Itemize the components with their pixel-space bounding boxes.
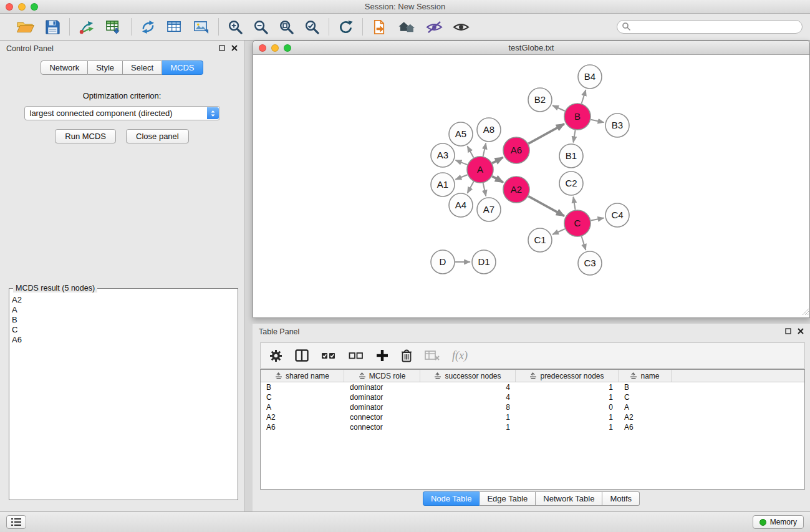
edge-A-A7[interactable] xyxy=(483,183,486,196)
node-C[interactable]: C xyxy=(564,210,591,236)
gear-icon[interactable] xyxy=(269,349,282,362)
save-session-icon[interactable] xyxy=(45,19,60,35)
close-panel-button[interactable]: Close panel xyxy=(126,129,189,143)
show-columns-icon[interactable] xyxy=(295,349,309,362)
tab-motifs[interactable]: Motifs xyxy=(602,491,640,506)
new-network-icon[interactable] xyxy=(140,19,156,35)
node-A6[interactable]: A6 xyxy=(503,137,529,163)
float-table-panel-icon[interactable] xyxy=(785,327,791,336)
edge-A-A1[interactable] xyxy=(455,175,467,180)
zoom-selected-icon[interactable] xyxy=(304,19,320,35)
node-B[interactable]: B xyxy=(564,104,591,130)
network-zoom-button[interactable] xyxy=(284,44,291,52)
home-icon[interactable] xyxy=(397,19,416,35)
add-row-plus-icon[interactable] xyxy=(376,349,388,362)
column-header-name[interactable]: name xyxy=(619,370,672,382)
zoom-fit-icon[interactable] xyxy=(279,19,294,35)
edge-C-C3[interactable] xyxy=(582,236,586,250)
edge-B-B4[interactable] xyxy=(582,90,586,104)
edge-A-A2[interactable] xyxy=(492,177,503,183)
edge-A6-B[interactable] xyxy=(528,124,564,144)
tab-network-table[interactable]: Network Table xyxy=(536,491,602,506)
node-A5[interactable]: A5 xyxy=(449,122,473,146)
node-B2[interactable]: B2 xyxy=(528,88,552,112)
column-header-predecessor-nodes[interactable]: predecessor nodes xyxy=(516,370,619,382)
show-panel-eye-icon[interactable] xyxy=(453,20,470,34)
node-A4[interactable]: A4 xyxy=(449,193,473,217)
edge-A-A8[interactable] xyxy=(483,143,486,157)
edge-A-A6[interactable] xyxy=(492,157,503,163)
node-D1[interactable]: D1 xyxy=(472,250,496,274)
node-C3[interactable]: C3 xyxy=(578,251,602,275)
delete-table-icon[interactable] xyxy=(425,350,440,361)
zoom-out-icon[interactable] xyxy=(253,19,269,35)
zoom-window-button[interactable] xyxy=(31,3,38,11)
tab-mcds[interactable]: MCDS xyxy=(162,60,203,75)
node-B1[interactable]: B1 xyxy=(559,144,583,168)
node-C4[interactable]: C4 xyxy=(605,203,629,227)
network-close-button[interactable] xyxy=(259,44,266,52)
result-item[interactable]: A xyxy=(12,305,235,315)
node-A7[interactable]: A7 xyxy=(477,198,501,221)
node-A8[interactable]: A8 xyxy=(477,118,501,142)
node-C2[interactable]: C2 xyxy=(559,172,583,195)
zoom-in-icon[interactable] xyxy=(228,19,243,35)
close-table-panel-icon[interactable] xyxy=(798,327,804,336)
column-header-successor-nodes[interactable]: successor nodes xyxy=(420,370,516,382)
column-header-shared-name[interactable]: shared name xyxy=(261,370,344,382)
result-item[interactable]: A6 xyxy=(12,335,235,345)
edge-A2-C[interactable] xyxy=(528,196,564,216)
edge-B-B2[interactable] xyxy=(552,105,565,111)
result-item[interactable]: A2 xyxy=(12,295,235,305)
edge-C-C4[interactable] xyxy=(591,218,604,220)
node-A[interactable]: A xyxy=(467,157,493,183)
open-session-icon[interactable] xyxy=(16,19,35,35)
node-D[interactable]: D xyxy=(431,250,455,274)
node-A1[interactable]: A1 xyxy=(431,173,455,196)
tab-edge-table[interactable]: Edge Table xyxy=(480,491,536,506)
close-panel-icon[interactable] xyxy=(231,44,238,53)
export-image-icon[interactable] xyxy=(193,19,210,35)
node-table[interactable]: shared nameMCDS rolesuccessor nodesprede… xyxy=(260,369,805,490)
tab-network[interactable]: Network xyxy=(41,60,88,75)
close-window-button[interactable] xyxy=(6,3,13,11)
minimize-window-button[interactable] xyxy=(18,3,26,11)
table-row[interactable]: Cdominator41C xyxy=(261,392,804,402)
node-C1[interactable]: C1 xyxy=(528,228,552,252)
table-row[interactable]: Adominator80A xyxy=(261,402,804,412)
optimization-criterion-select[interactable]: largest connected component (directed) xyxy=(24,106,220,120)
tab-style[interactable]: Style xyxy=(88,60,123,75)
search-input[interactable] xyxy=(634,22,798,31)
search-box[interactable] xyxy=(617,20,803,34)
task-history-button[interactable] xyxy=(6,515,26,529)
node-A3[interactable]: A3 xyxy=(431,143,455,167)
edge-C-C2[interactable] xyxy=(573,197,575,210)
network-minimize-button[interactable] xyxy=(271,44,279,52)
edge-B-B3[interactable] xyxy=(591,120,604,123)
edge-A-A4[interactable] xyxy=(468,181,474,193)
function-builder-icon[interactable]: f(x) xyxy=(452,349,468,362)
node-B4[interactable]: B4 xyxy=(578,65,602,89)
node-B3[interactable]: B3 xyxy=(605,114,629,137)
float-panel-icon[interactable] xyxy=(219,44,225,53)
result-item[interactable]: C xyxy=(12,325,235,335)
node-A2[interactable]: A2 xyxy=(503,177,529,203)
edge-A-A5[interactable] xyxy=(468,146,474,157)
trash-icon[interactable] xyxy=(401,349,412,362)
unselect-all-icon[interactable] xyxy=(349,350,364,361)
network-canvas[interactable]: B4B2BB3B1A5A8A6A3AA1A2C2A4A7C4CC1C3DD1 xyxy=(253,56,809,317)
hide-panel-eye-slash-icon[interactable] xyxy=(426,20,443,34)
table-row[interactable]: A2connector11A2 xyxy=(261,412,804,422)
table-row[interactable]: Bdominator41B xyxy=(261,382,804,392)
tab-select[interactable]: Select xyxy=(123,60,162,75)
memory-button[interactable]: Memory xyxy=(753,515,804,529)
edge-A-A3[interactable] xyxy=(456,160,468,165)
open-recent-session-icon[interactable] xyxy=(372,19,387,35)
import-network-icon[interactable] xyxy=(79,19,95,35)
import-table-icon[interactable] xyxy=(105,19,122,35)
edge-B-B1[interactable] xyxy=(573,130,575,143)
column-header-mcds-role[interactable]: MCDS role xyxy=(344,370,420,382)
select-all-icon[interactable] xyxy=(321,350,336,361)
tab-node-table[interactable]: Node Table xyxy=(423,491,480,506)
table-row[interactable]: A6connector11A6 xyxy=(261,422,804,432)
